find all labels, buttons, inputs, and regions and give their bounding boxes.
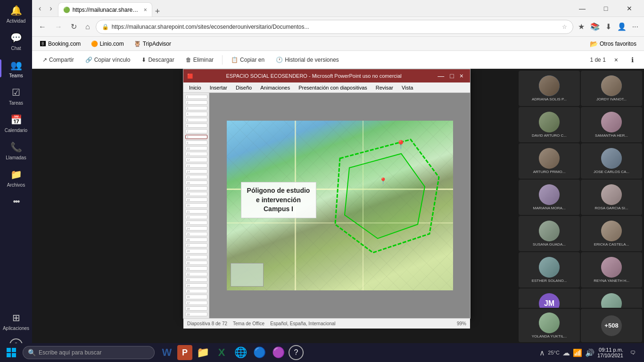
- slide-thumb-15[interactable]: 15: [185, 175, 207, 179]
- systray-volume[interactable]: 🔊: [585, 348, 594, 357]
- notification-btn[interactable]: 🗨: [626, 346, 639, 359]
- sp-download-btn[interactable]: ⬇ Descargar: [137, 55, 179, 65]
- ppt-close-btn[interactable]: ×: [457, 72, 466, 80]
- ppt-menu-vista[interactable]: Vista: [398, 84, 417, 91]
- slide-thumb-19[interactable]: 19: [185, 197, 207, 202]
- slide-thumb-31[interactable]: 31: [185, 266, 207, 271]
- slide-thumb-2[interactable]: 2: [185, 100, 207, 105]
- slide-thumb-29[interactable]: 29: [185, 255, 207, 259]
- bookmark-linio[interactable]: 🟠 Linio.com: [87, 40, 127, 48]
- taskbar-chrome[interactable]: 🔵: [251, 344, 268, 361]
- slide-thumb-18[interactable]: 18: [185, 192, 207, 196]
- bookmark-tripadvisor[interactable]: 🦉 TripAdvisor: [131, 40, 175, 48]
- taskbar-word[interactable]: W: [158, 344, 175, 361]
- tab-close-btn[interactable]: ×: [144, 7, 147, 13]
- sidebar-item-aplicaciones[interactable]: ⊞ Aplicaciones: [0, 307, 32, 335]
- slide-thumb-14[interactable]: 14: [185, 169, 207, 173]
- ppt-menu-presentacion[interactable]: Presentación con diapositivas: [295, 84, 371, 91]
- taskbar-help[interactable]: ?: [289, 345, 304, 360]
- profile-btn[interactable]: 👤: [615, 20, 628, 33]
- slide-thumb-37[interactable]: 37: [185, 301, 207, 305]
- slide-thumb-9[interactable]: 9: [185, 140, 207, 145]
- collections-btn[interactable]: 📚: [588, 20, 602, 33]
- slide-thumb-20[interactable]: 20: [185, 203, 207, 207]
- slide-thumb-8[interactable]: 8: [185, 135, 207, 139]
- slide-thumb-3[interactable]: 3: [185, 106, 207, 110]
- slide-thumb-10[interactable]: 10: [185, 146, 207, 150]
- favorites-btn[interactable]: ★: [576, 20, 586, 33]
- slide-thumb-26[interactable]: 26: [185, 238, 207, 242]
- maximize-btn[interactable]: □: [595, 0, 617, 17]
- taskbar-excel[interactable]: X: [213, 344, 230, 361]
- ppt-minimize-btn[interactable]: —: [435, 72, 447, 80]
- taskbar-powerpoint[interactable]: P: [177, 345, 192, 360]
- slide-thumb-11[interactable]: 11: [185, 152, 207, 156]
- browser-forward-btn[interactable]: ›: [47, 2, 55, 15]
- systray-arrow-up[interactable]: ∧: [539, 348, 545, 357]
- slide-thumb-30[interactable]: 30: [185, 261, 207, 265]
- ppt-menu-revisar[interactable]: Revisar: [372, 84, 397, 91]
- download-btn[interactable]: ⬇: [603, 20, 613, 33]
- other-favorites[interactable]: 📂 Otros favoritos: [586, 39, 640, 49]
- slide-thumb-32[interactable]: 32: [185, 272, 207, 276]
- new-tab-btn[interactable]: +: [152, 7, 163, 16]
- sp-close-btn[interactable]: ×: [610, 54, 623, 66]
- home-btn[interactable]: ⌂: [83, 21, 93, 33]
- address-box[interactable]: 🔒 https://mailunacar.sharepoint.com/site…: [96, 20, 573, 34]
- ppt-menu-insertar[interactable]: Insertar: [206, 84, 231, 91]
- slide-thumb-34[interactable]: 34: [185, 283, 207, 288]
- sidebar-item-calendario[interactable]: 📅 Calendario: [0, 109, 32, 137]
- back-btn[interactable]: ←: [36, 21, 49, 33]
- slide-thumb-23[interactable]: 23: [185, 221, 207, 225]
- sp-history-btn[interactable]: 🕐 Historial de versiones: [271, 55, 344, 65]
- slide-thumb-22[interactable]: 22: [185, 215, 207, 219]
- slide-thumb-7[interactable]: 7: [185, 129, 207, 133]
- settings-btn[interactable]: ···: [630, 21, 640, 33]
- sp-delete-btn[interactable]: 🗑 Eliminar: [181, 55, 218, 65]
- slide-thumb-17[interactable]: 17: [185, 186, 207, 190]
- slide-thumb-35[interactable]: 35: [185, 289, 207, 293]
- sidebar-item-teams[interactable]: 👥 Teams: [0, 55, 32, 82]
- slide-thumb-5[interactable]: 5: [185, 118, 207, 122]
- slide-thumb-4[interactable]: 4: [185, 112, 207, 116]
- systray-onedrive[interactable]: ☁: [562, 348, 570, 357]
- sp-share-btn[interactable]: ↗ Compartir: [38, 55, 79, 65]
- slide-thumb-27[interactable]: 27: [185, 243, 207, 247]
- taskbar-search[interactable]: 🔍 Escribe aquí para buscar: [23, 346, 155, 359]
- taskbar-teams[interactable]: 🟣: [270, 344, 287, 361]
- ppt-menu-inicio[interactable]: Inicio: [185, 84, 205, 91]
- slide-thumb-16[interactable]: 16: [185, 181, 207, 185]
- slide-thumb-1[interactable]: 1: [185, 95, 207, 99]
- sidebar-item-archivos[interactable]: 📁 Archivos: [0, 164, 32, 191]
- browser-tab[interactable]: 🟢 https://mailunacar.sharepon... ×: [58, 2, 152, 16]
- slide-thumb-6[interactable]: 6: [185, 123, 207, 128]
- systray-network[interactable]: 📶: [573, 348, 582, 357]
- slide-thumb-21[interactable]: 21: [185, 209, 207, 214]
- forward-btn[interactable]: →: [52, 21, 65, 33]
- sp-copy-link-btn[interactable]: 🔗 Copiar vínculo: [81, 55, 135, 65]
- sidebar-item-chat[interactable]: 💬 Chat: [0, 27, 32, 55]
- slide-thumb-12[interactable]: 12: [185, 157, 207, 162]
- slide-thumb-25[interactable]: 25: [185, 232, 207, 236]
- slide-thumb-24[interactable]: 24: [185, 226, 207, 230]
- taskbar-edge[interactable]: 🌐: [232, 344, 249, 361]
- sidebar-item-more[interactable]: •••: [0, 191, 32, 212]
- bookmark-booking[interactable]: 🅱 Booking.com: [36, 40, 84, 48]
- slide-thumb-33[interactable]: 33: [185, 278, 207, 282]
- start-button[interactable]: [0, 343, 23, 362]
- sp-copy-btn[interactable]: 📋 Copiar en: [226, 55, 269, 65]
- slide-thumb-13[interactable]: 13: [185, 164, 207, 168]
- ppt-maximize-btn[interactable]: □: [447, 72, 456, 80]
- close-btn[interactable]: ✕: [619, 0, 640, 17]
- taskbar-explorer[interactable]: 📁: [194, 344, 211, 361]
- clock[interactable]: 09:11 p.m. 17/10/2021: [597, 347, 623, 358]
- sidebar-item-tareas[interactable]: ☑ Tareas: [0, 82, 32, 109]
- slide-thumb-28[interactable]: 28: [185, 249, 207, 253]
- ppt-slides-panel[interactable]: 1 2 3 4 5 6 7 8 9 10 11 12 13 14 15 16 1: [183, 93, 209, 318]
- sidebar-item-llamadas[interactable]: 📞 Llamadas: [0, 137, 32, 164]
- sidebar-item-actividad[interactable]: 🔔 Actividad: [0, 0, 32, 27]
- sp-info-btn[interactable]: ℹ: [627, 54, 638, 66]
- minimize-btn[interactable]: —: [571, 0, 593, 17]
- ppt-menu-animaciones[interactable]: Animaciones: [256, 84, 294, 91]
- ppt-menu-diseno[interactable]: Diseño: [232, 84, 256, 91]
